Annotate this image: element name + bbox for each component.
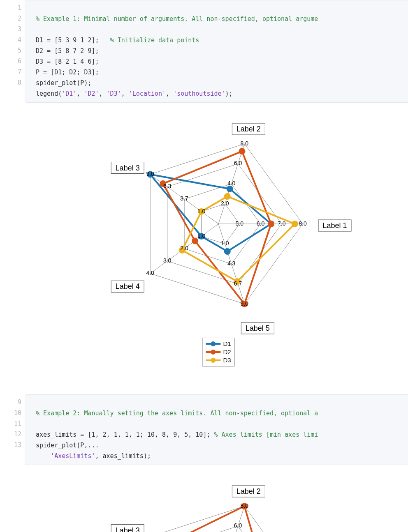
code-line: spider_plot(P);: [36, 79, 91, 87]
line-number: 4: [0, 35, 21, 45]
svg-text:2.0: 2.0: [221, 200, 229, 207]
svg-text:2.0: 2.0: [180, 245, 188, 251]
svg-point-10: [268, 221, 274, 227]
svg-text:8.0: 8.0: [241, 140, 249, 147]
svg-point-15: [292, 221, 298, 227]
svg-text:Label 4: Label 4: [116, 282, 140, 290]
spider-plot-2-figure: 6.08.0Label 1Label 2Label 3Label 4Label …: [0, 477, 408, 532]
code-string: 'Location': [129, 90, 166, 97]
line-number: 2: [0, 13, 21, 24]
spider-plot-2: 6.08.0Label 1Label 2Label 3Label 4Label …: [74, 477, 362, 532]
svg-text:4.0: 4.0: [227, 180, 236, 187]
legend-item-d2: D2: [206, 348, 231, 356]
code-line: D3 = [8 2 1 4 6];: [36, 58, 99, 65]
svg-text:8.0: 8.0: [241, 502, 249, 509]
svg-text:Label 2: Label 2: [236, 125, 261, 133]
code-string: 'D2': [84, 90, 99, 97]
legend: D1 D2 D3: [202, 338, 234, 366]
svg-text:3.7: 3.7: [180, 195, 188, 202]
svg-point-16: [224, 193, 231, 200]
svg-text:4.3: 4.3: [227, 260, 236, 267]
code-comment: % Example 1: Minimal number of arguments…: [36, 15, 318, 23]
svg-text:6.0: 6.0: [257, 220, 265, 227]
line-number: 8: [0, 77, 21, 88]
svg-text:6.0: 6.0: [234, 522, 242, 529]
line-number: 12: [0, 429, 21, 440]
svg-text:7.0: 7.0: [278, 220, 286, 227]
svg-text:3.0: 3.0: [163, 257, 172, 264]
line-number-gutter: 1 2 3 4 5 6 7 8: [0, 0, 25, 103]
line-number: 10: [0, 408, 21, 418]
spider-plot-1-figure: 5.06.07.08.02.04.06.08.01.03.76.39.01.02…: [0, 115, 408, 394]
code-line: D1 = [5 3 9 1 2];: [36, 37, 110, 44]
code-content-2[interactable]: % Example 2: Manually setting the axes l…: [25, 394, 408, 465]
code-line: legend(: [36, 90, 62, 97]
code-string: 'D1': [62, 90, 76, 97]
svg-text:9.0: 9.0: [146, 170, 154, 177]
code-content-1[interactable]: % Example 1: Minimal number of arguments…: [25, 0, 408, 103]
legend-swatch-d2: [206, 349, 220, 355]
svg-text:4.0: 4.0: [146, 269, 154, 276]
line-number: 11: [0, 418, 21, 429]
svg-text:1.0: 1.0: [197, 233, 206, 239]
code-comment: % Initialize data points: [110, 37, 199, 44]
svg-text:Label 3: Label 3: [116, 526, 140, 532]
svg-point-9: [224, 248, 231, 255]
code-line: P = [D1; D2; D3];: [36, 69, 99, 76]
svg-text:6.7: 6.7: [234, 280, 242, 287]
code-block-2: 9 10 11 12 13 % Example 2: Manually sett…: [0, 394, 408, 465]
code-string: 'southoutside': [173, 90, 225, 97]
svg-text:5.0: 5.0: [236, 220, 244, 227]
code-line: axes_limits = [1, 2, 1, 1, 1; 10, 8, 9, …: [36, 431, 214, 438]
line-number: 9: [0, 397, 21, 408]
code-line: D2 = [5 8 7 2 9];: [36, 47, 99, 55]
svg-text:1.0: 1.0: [221, 240, 229, 246]
line-number-gutter: 9 10 11 12 13: [0, 394, 25, 465]
code-comment: % Example 2: Manually setting the axes l…: [36, 410, 318, 417]
code-string: 'D3': [107, 90, 121, 97]
svg-text:8.0: 8.0: [299, 220, 307, 227]
svg-text:Label 2: Label 2: [236, 487, 261, 495]
code-line: spider_plot(P,...: [36, 442, 99, 449]
legend-label: D2: [223, 348, 231, 356]
legend-item-d3: D3: [206, 356, 231, 364]
svg-text:6.0: 6.0: [234, 160, 242, 166]
line-number: 13: [0, 440, 21, 450]
legend-label: D1: [223, 340, 231, 348]
code-comment: % Axes limits [min axes limi: [214, 431, 318, 438]
line-number: 6: [0, 56, 21, 67]
legend-label: D3: [223, 356, 231, 364]
svg-text:9.0: 9.0: [241, 300, 249, 307]
code-string: 'AxesLimits': [51, 452, 95, 460]
line-number: 3: [0, 24, 21, 35]
svg-point-11: [239, 148, 245, 154]
spider-plot-1: 5.06.07.08.02.04.06.08.01.03.76.39.01.02…: [74, 115, 362, 345]
code-block-1: 1 2 3 4 5 6 7 8 % Example 1: Minimal num…: [0, 0, 408, 103]
line-number: 7: [0, 67, 21, 77]
svg-text:6.3: 6.3: [163, 183, 172, 189]
svg-text:Label 5: Label 5: [246, 324, 270, 332]
svg-text:Label 1: Label 1: [322, 221, 347, 230]
svg-text:1.0: 1.0: [197, 208, 206, 214]
legend-item-d1: D1: [206, 340, 231, 348]
legend-swatch-d1: [206, 341, 220, 347]
svg-text:Label 3: Label 3: [116, 164, 140, 172]
legend-swatch-d3: [206, 357, 220, 364]
line-number: 1: [0, 2, 21, 13]
line-number: 5: [0, 45, 21, 56]
